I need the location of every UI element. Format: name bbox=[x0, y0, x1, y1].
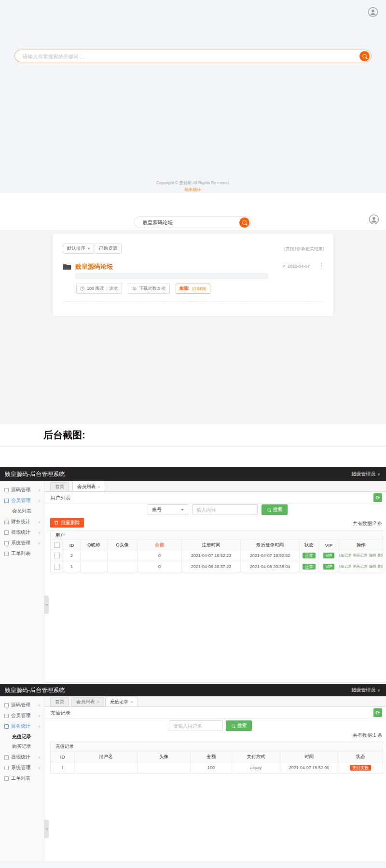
batch-delete-button[interactable]: 批量删除 bbox=[50, 518, 84, 528]
downloads-chip[interactable]: 下载次数:0 次 bbox=[128, 284, 170, 294]
forum-search-button[interactable] bbox=[239, 217, 249, 228]
sidebar-collapse-handle[interactable]: ◂ bbox=[44, 820, 49, 838]
table-row: 1 100 alipay 2021-04-07 18:52:00 支付失败 bbox=[51, 762, 383, 773]
table-row: 2 0 2021-04-07 18:52:23 2021-04-07 18:52… bbox=[51, 550, 383, 561]
cell-id: 1 bbox=[63, 561, 81, 572]
tab-home[interactable]: 首页 bbox=[50, 482, 69, 491]
close-icon[interactable]: × bbox=[98, 485, 100, 489]
sidebar-collapse-handle[interactable]: ◂ bbox=[44, 596, 49, 614]
sidebar-item-source[interactable]: 源码管理 ∨ bbox=[0, 485, 44, 495]
recharge-search-input[interactable] bbox=[169, 720, 223, 731]
chevron-up-icon: ∧ bbox=[38, 724, 41, 729]
chevron-down-icon: ∨ bbox=[38, 766, 41, 770]
sidebar-item-finance[interactable]: 财务统计 ∧ bbox=[0, 721, 44, 731]
close-icon[interactable]: × bbox=[131, 700, 133, 704]
reads-chip[interactable]: 100 阅读 浏览 bbox=[76, 284, 122, 294]
table-group-header: 充值记录 bbox=[51, 742, 383, 751]
landing-search-input[interactable] bbox=[22, 51, 337, 62]
sidebar-item-members[interactable]: 会员管理 ∨ bbox=[0, 711, 44, 720]
select-all-checkbox[interactable] bbox=[54, 542, 60, 548]
status-badge: 正常 bbox=[303, 553, 316, 559]
delete-link[interactable]: 删除 bbox=[378, 564, 383, 569]
search-icon bbox=[267, 508, 271, 512]
col-avatar: 头像 bbox=[138, 751, 191, 762]
sidebar-label: 会员管理 bbox=[11, 497, 30, 504]
sidebar-item-source[interactable]: 源码管理 ∨ bbox=[0, 700, 44, 710]
sidebar-item-system[interactable]: 系统管理 ∨ bbox=[0, 538, 44, 548]
close-icon[interactable]: × bbox=[97, 700, 99, 704]
recharge-records-link[interactable]: 充值记录 bbox=[339, 553, 352, 558]
search-icon bbox=[362, 54, 367, 58]
tab-recharge-records[interactable]: 充值记录 × bbox=[105, 697, 138, 707]
col-amount: 金额 bbox=[191, 751, 232, 762]
tab-label: 会员列表 bbox=[76, 699, 95, 705]
forum-search-input[interactable] bbox=[141, 217, 236, 228]
members-icon bbox=[4, 499, 9, 503]
edit-link[interactable]: 编辑 bbox=[369, 553, 376, 558]
stats-icon bbox=[4, 530, 9, 535]
sidebar-item-withdraw-stats[interactable]: 提现统计 ∨ bbox=[0, 752, 44, 762]
sidebar-item-withdraw-stats[interactable]: 提现统计 ∨ bbox=[0, 528, 44, 537]
sort-button[interactable]: 默认排序 ▾ bbox=[63, 244, 94, 254]
col-status: 状态 bbox=[300, 540, 319, 550]
col-time: 时间 bbox=[280, 751, 338, 762]
page-footer-strip bbox=[0, 862, 386, 868]
admin-user-menu[interactable]: 超级管理员 ∨ bbox=[351, 471, 380, 477]
card-divider bbox=[63, 301, 323, 302]
recharge-search-button[interactable]: 搜索 bbox=[226, 720, 252, 731]
group-label: 用户 bbox=[55, 532, 65, 539]
sidebar-label: 提现统计 bbox=[11, 754, 30, 760]
post-meta-chips: 100 阅读 浏览 下载次数:0 次 来源: 123456 bbox=[76, 284, 210, 294]
sidebar-item-tickets[interactable]: 工单列表 bbox=[0, 549, 44, 558]
sidebar-item-system[interactable]: 系统管理 ∨ bbox=[0, 763, 44, 773]
sidebar-item-tickets[interactable]: 工单列表 bbox=[0, 773, 44, 783]
admin-user-menu[interactable]: 超级管理员 ∨ bbox=[351, 687, 380, 693]
cell-amount: 100 bbox=[191, 762, 232, 773]
sidebar-item-members[interactable]: 会员管理 ∧ bbox=[0, 496, 44, 505]
refresh-button[interactable]: ⟳ bbox=[373, 708, 382, 717]
chip-divider bbox=[107, 286, 107, 291]
table-group-header: 用户 bbox=[51, 531, 383, 540]
views-label: 浏览 bbox=[110, 285, 118, 292]
total-count: 共有数据:2 条 bbox=[353, 520, 382, 527]
member-search-button[interactable]: 搜索 bbox=[262, 504, 288, 515]
user-avatar-icon[interactable] bbox=[368, 7, 378, 17]
landing-search-button[interactable] bbox=[359, 51, 370, 61]
delete-link[interactable]: 删除 bbox=[378, 553, 383, 558]
post-title[interactable]: 败皇源码论坛 bbox=[75, 262, 113, 271]
edit-link[interactable]: 编辑 bbox=[369, 564, 376, 569]
refresh-button[interactable]: ⟳ bbox=[373, 493, 382, 502]
purchase-records-link[interactable]: 购买记录 bbox=[353, 553, 368, 558]
chevron-down-icon: ∨ bbox=[38, 530, 41, 535]
purchase-records-link[interactable]: 购买记录 bbox=[353, 564, 368, 569]
chevron-down-icon: ∨ bbox=[38, 755, 41, 760]
recharge-records-link[interactable]: 充值记录 bbox=[339, 564, 352, 569]
search-field-select[interactable]: 账号 bbox=[148, 504, 188, 515]
tab-home[interactable]: 首页 bbox=[50, 697, 69, 706]
row-checkbox[interactable] bbox=[54, 553, 60, 558]
collapse-icon: ◂ bbox=[46, 603, 48, 607]
user-avatar-icon[interactable] bbox=[369, 214, 379, 225]
source-icon bbox=[4, 703, 9, 707]
row-actions: 充值记录 购买记录 编辑 删除 bbox=[339, 553, 383, 558]
sidebar-label: 购买记录 bbox=[12, 743, 31, 750]
member-search-input[interactable] bbox=[192, 504, 258, 515]
site-stats-link[interactable]: 站长统计 bbox=[0, 187, 386, 193]
payment-status-badge: 支付失败 bbox=[350, 765, 371, 771]
purchased-button[interactable]: 已购资源 bbox=[95, 244, 122, 254]
more-menu-icon[interactable]: ⋮ bbox=[319, 262, 324, 268]
col-username: 用户名 bbox=[75, 751, 138, 762]
sidebar-item-finance[interactable]: 财务统计 ∨ bbox=[0, 517, 44, 527]
tab-member-list[interactable]: 会员列表 × bbox=[71, 697, 104, 706]
tab-label: 充值记录 bbox=[110, 699, 128, 705]
row-checkbox[interactable] bbox=[54, 564, 60, 570]
purchased-button-label: 已购资源 bbox=[99, 245, 117, 252]
col-reg-time: 注册时间 bbox=[182, 540, 241, 550]
sidebar-item-purchase-records[interactable]: 购买记录 bbox=[0, 742, 44, 751]
source-chip[interactable]: 来源: 123456 bbox=[176, 284, 210, 294]
ticket-icon bbox=[4, 552, 9, 556]
table-header-row: ID Q昵称 Q头像 余额 注册时间 最后登录时间 状态 VIP 操作 bbox=[51, 540, 383, 550]
tab-member-list[interactable]: 会员列表 × bbox=[72, 482, 105, 492]
sidebar-item-recharge-records[interactable]: 充值记录 bbox=[0, 732, 44, 742]
sidebar-item-member-list[interactable]: 会员列表 bbox=[0, 506, 44, 516]
